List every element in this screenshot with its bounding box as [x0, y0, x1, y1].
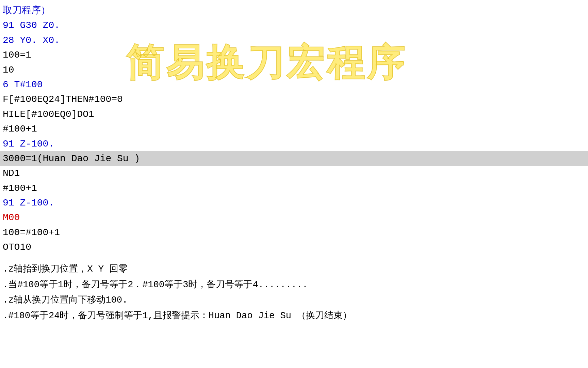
code-container: 简易换刀宏程序 取刀程序） 91 G30 Z0. 28 Y0. X0. 100=…	[0, 0, 588, 324]
comment-line-1: .z轴抬到换刀位置，X Y 回零	[3, 262, 588, 277]
code-line-7: F[#100EQ24]THEN#100=0	[0, 92, 588, 107]
code-line-9: #100+1	[0, 122, 588, 136]
code-line-16: 100=#100+1	[0, 225, 588, 240]
code-line-15: M00	[0, 210, 588, 225]
code-line-3: 28 Y0. X0.	[0, 33, 588, 48]
comment-line-3: .z轴从换刀位置向下移动100.	[3, 293, 588, 308]
code-line-13: #100+1	[0, 181, 588, 196]
code-line-12: ND1	[0, 166, 588, 181]
code-line-1: 取刀程序）	[0, 3, 588, 18]
code-line-2: 91 G30 Z0.	[0, 18, 588, 33]
code-line-17: OTO10	[0, 240, 588, 255]
code-line-6: 6 T#100	[0, 77, 588, 92]
comments-section: .z轴抬到换刀位置，X Y 回零 .当#100等于1时，备刀号等于2．#100等…	[0, 262, 588, 324]
comment-line-4: .#100等于24时，备刀号强制等于1,且报警提示：Huan Dao Jie S…	[3, 308, 588, 324]
code-line-11: 3000=1(Huan Dao Jie Su )	[0, 151, 588, 166]
code-line-4: 100=1	[0, 48, 588, 62]
code-line-14: 91 Z-100.	[0, 196, 588, 210]
code-line-5: 10	[0, 63, 588, 77]
code-line-8: HILE[#100EQ0]DO1	[0, 107, 588, 122]
code-line-10: 91 Z-100.	[0, 137, 588, 151]
comment-line-2: .当#100等于1时，备刀号等于2．#100等于3时，备刀号等于4.......…	[3, 277, 588, 293]
